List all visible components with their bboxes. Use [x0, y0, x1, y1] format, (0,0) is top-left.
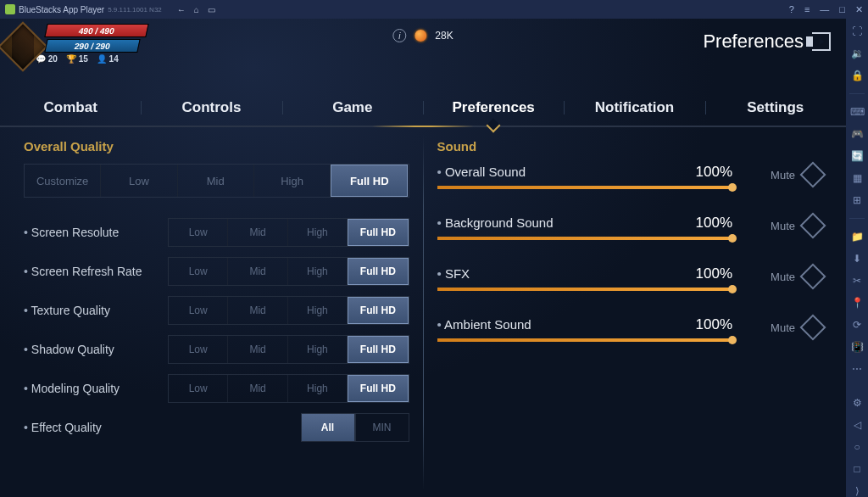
quality-option[interactable]: Mid	[228, 258, 287, 285]
effect-option[interactable]: MIN	[355, 413, 409, 442]
mini-stats: 💬 20 🏆 15 👤 14	[36, 54, 147, 64]
info-icon[interactable]: i	[392, 29, 406, 42]
tab-game[interactable]: Game	[282, 92, 423, 123]
tool-fullscreen-icon[interactable]: ⛶	[851, 25, 863, 37]
hp-bar: 490 / 490	[44, 24, 148, 37]
quality-row: Texture QualityLowMidHighFull HD	[24, 291, 409, 330]
menu-icon[interactable]: ≡	[804, 4, 810, 14]
mp-bar: 290 / 290	[44, 39, 140, 53]
tab-combat[interactable]: Combat	[0, 92, 141, 123]
mute-label: Mute	[771, 321, 795, 334]
window-close-icon[interactable]: ✕	[855, 4, 863, 15]
app-name: BlueStacks App Player	[19, 5, 104, 14]
tool-more-icon[interactable]: ⋯	[851, 363, 863, 375]
quality-option[interactable]: High	[288, 375, 348, 402]
sound-row-label: Overall Sound	[437, 165, 526, 179]
tool-keyboard-icon[interactable]: ⌨	[851, 106, 863, 118]
tool-volume-icon[interactable]: 🔉	[851, 47, 863, 59]
tab-settings[interactable]: Settings	[705, 92, 846, 123]
preset-low[interactable]: Low	[101, 165, 177, 197]
quality-row-label: Shadow Quality	[24, 343, 168, 356]
tool-shake-icon[interactable]: 📳	[851, 341, 863, 353]
nav-recent-icon[interactable]: ▭	[208, 5, 215, 14]
mute-label: Mute	[771, 169, 795, 181]
effect-quality-row: Effect Quality AllMIN	[24, 408, 409, 447]
sound-row: Ambient Sound100%Mute	[437, 316, 823, 342]
tool-gamepad-icon[interactable]: 🎮	[851, 128, 863, 140]
mute-checkbox[interactable]	[799, 212, 826, 238]
preset-customize[interactable]: Customize	[25, 165, 101, 197]
game-viewport: 490 / 490 290 / 290 💬 20 🏆 15 👤 14 i 28K…	[0, 19, 846, 497]
quality-option[interactable]: Full HD	[348, 258, 408, 285]
quality-row: Screen Refresh RateLowMidHighFull HD	[24, 252, 409, 291]
mute-checkbox[interactable]	[799, 161, 826, 187]
sound-section-title: Sound	[437, 139, 823, 154]
tool-back-icon[interactable]: ◁	[851, 419, 863, 431]
mute-checkbox[interactable]	[799, 263, 826, 289]
tab-controls[interactable]: Controls	[141, 92, 281, 123]
quality-option[interactable]: Full HD	[348, 336, 408, 363]
quality-option[interactable]: Low	[169, 219, 228, 246]
quality-option[interactable]: Full HD	[348, 297, 408, 324]
tool-screenshot-icon[interactable]: ✂	[851, 275, 863, 287]
tool-sync-icon[interactable]: 🔄	[851, 150, 863, 162]
sound-slider[interactable]	[437, 288, 733, 291]
sound-row-label: SFX	[437, 266, 470, 281]
tool-apk-icon[interactable]: ⬇	[851, 253, 863, 265]
window-minimize-icon[interactable]: —	[820, 4, 829, 14]
panel-title: Preferences	[703, 31, 804, 53]
mute-label: Mute	[771, 271, 795, 283]
tool-multi-icon[interactable]: ▦	[851, 172, 863, 184]
player-hud: 490 / 490 290 / 290 💬 20 🏆 15 👤 14	[5, 24, 147, 64]
quality-option[interactable]: Mid	[228, 219, 287, 246]
sound-slider[interactable]	[437, 237, 733, 240]
tab-notification[interactable]: Notification	[564, 92, 704, 123]
sound-slider[interactable]	[437, 338, 733, 342]
sound-row: Background Sound100%Mute	[437, 215, 823, 240]
tool-location-icon[interactable]: 📍	[851, 297, 863, 309]
tab-preferences[interactable]: Preferences	[423, 92, 564, 123]
effect-quality-label: Effect Quality	[24, 421, 168, 434]
mute-checkbox[interactable]	[799, 314, 826, 340]
currency-amount: 28K	[435, 30, 453, 42]
quality-option[interactable]: Mid	[228, 297, 287, 324]
sound-slider[interactable]	[437, 186, 733, 189]
preset-full-hd[interactable]: Full HD	[331, 165, 408, 197]
tool-collapse-icon[interactable]: ⟩	[851, 485, 863, 497]
currency-icon	[415, 30, 426, 42]
quality-option[interactable]: High	[288, 258, 348, 285]
tool-recents-icon[interactable]: □	[851, 463, 863, 475]
quality-option[interactable]: Full HD	[348, 219, 408, 246]
quality-row: Screen ResoluteLowMidHighFull HD	[24, 213, 409, 252]
exit-icon[interactable]	[812, 32, 831, 51]
tool-home-icon[interactable]: ○	[851, 441, 863, 453]
quality-option[interactable]: High	[288, 219, 348, 246]
sound-row-label: Ambient Sound	[437, 317, 531, 332]
tool-settings-icon[interactable]: ⚙	[851, 397, 863, 409]
quality-option[interactable]: Low	[169, 258, 228, 285]
sound-row: Overall Sound100%Mute	[437, 164, 823, 189]
nav-home-icon[interactable]: ⌂	[194, 5, 199, 14]
tool-lock-icon[interactable]: 🔒	[851, 70, 863, 81]
quality-option[interactable]: High	[288, 297, 348, 324]
quality-option[interactable]: Mid	[228, 375, 287, 402]
quality-option[interactable]: Low	[169, 336, 228, 363]
tool-folder-icon[interactable]: 📁	[851, 231, 863, 243]
tool-macro-icon[interactable]: ⊞	[851, 194, 863, 206]
preset-high[interactable]: High	[254, 165, 331, 197]
help-icon[interactable]: ?	[789, 4, 794, 14]
column-divider	[423, 136, 424, 490]
nav-back-icon[interactable]: ←	[177, 5, 186, 14]
quality-option[interactable]: Low	[169, 297, 228, 324]
window-maximize-icon[interactable]: □	[839, 4, 845, 14]
stat-trophy-icon: 🏆 15	[66, 54, 88, 64]
preset-mid[interactable]: Mid	[178, 165, 254, 197]
quality-option[interactable]: High	[288, 336, 348, 363]
tool-rotate-icon[interactable]: ⟳	[851, 319, 863, 331]
quality-option[interactable]: Mid	[228, 336, 287, 363]
quality-option[interactable]: Full HD	[348, 375, 408, 402]
quality-option[interactable]: Low	[169, 375, 228, 402]
app-version: 5.9.111.1001 N32	[108, 6, 162, 14]
quality-row-label: Screen Refresh Rate	[24, 265, 168, 278]
effect-option[interactable]: All	[301, 413, 355, 442]
